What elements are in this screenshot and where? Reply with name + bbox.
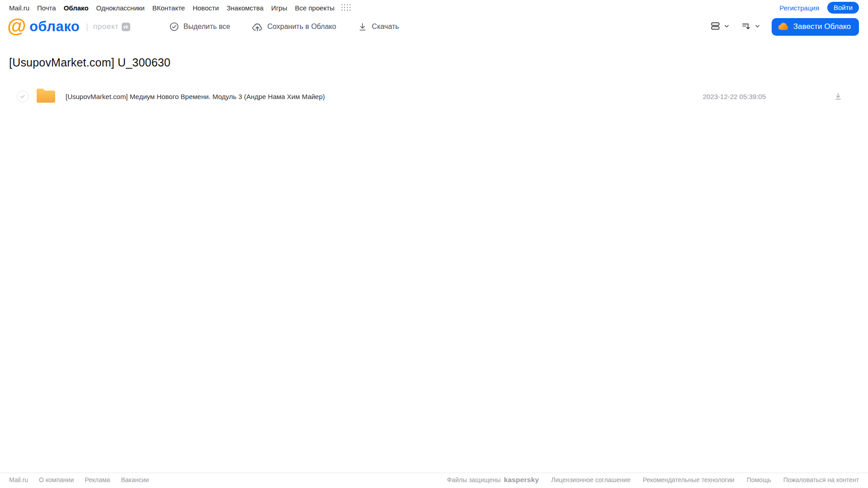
save-to-cloud-label: Сохранить в Облако	[267, 23, 336, 31]
get-cloud-label: Завести Облако	[793, 22, 851, 31]
view-list-icon	[710, 21, 721, 33]
mailru-at-icon: @	[7, 16, 26, 36]
registration-link[interactable]: Регистрация	[779, 4, 819, 12]
footer-link-ads[interactable]: Реклама	[85, 476, 110, 483]
download-icon	[358, 22, 367, 32]
footer-left-links: Mail.ru О компании Реклама Вакансии	[9, 476, 149, 483]
footer-link-license[interactable]: Лицензионное соглашение	[551, 476, 631, 483]
get-cloud-button[interactable]: Завести Облако	[772, 18, 859, 36]
file-toolbar: Выделить все Сохранить в Облако Скачать	[169, 22, 399, 32]
portal-links: Mail.ru Почта Облако Одноклассники ВКонт…	[9, 4, 351, 12]
chevron-down-icon	[723, 23, 730, 31]
download-label: Скачать	[372, 23, 399, 31]
row-download-icon[interactable]	[834, 92, 843, 101]
portal-link-vse-proekty[interactable]: Все проекты	[295, 4, 335, 12]
portal-topbar: Mail.ru Почта Облако Одноклассники ВКонт…	[0, 0, 868, 14]
sort-control[interactable]	[741, 21, 761, 33]
logo-divider: |	[86, 22, 88, 32]
portal-link-odnoklassniki[interactable]: Одноклассники	[96, 4, 145, 12]
page-footer: Mail.ru О компании Реклама Вакансии Файл…	[0, 473, 868, 488]
cloud-logo-text: облако	[29, 19, 80, 35]
download-button[interactable]: Скачать	[358, 22, 399, 32]
portal-link-znakomstva[interactable]: Знакомства	[227, 4, 264, 12]
portal-link-mailru[interactable]: Mail.ru	[9, 4, 29, 12]
footer-right-links: Файлы защищены kaspersky Лицензионное со…	[447, 476, 859, 484]
file-name-link[interactable]: [UsupovMarket.com] Медиум Нового Времени…	[66, 93, 325, 100]
view-mode-control[interactable]	[710, 21, 730, 33]
portal-link-igry[interactable]: Игры	[271, 4, 287, 12]
page-title: [UsupovMarket.com] U_300630	[9, 56, 859, 69]
select-all-button[interactable]: Выделить все	[169, 22, 230, 32]
kaspersky-logo[interactable]: kaspersky	[504, 476, 539, 484]
portal-link-oblako[interactable]: Облако	[64, 4, 89, 12]
portal-link-novosti[interactable]: Новости	[193, 4, 219, 12]
vk-logo-icon: vk	[122, 23, 130, 31]
footer-link-recommendations[interactable]: Рекомендательные технологии	[643, 476, 735, 483]
kaspersky-protection: Файлы защищены kaspersky	[447, 476, 539, 484]
all-projects-grid-icon[interactable]	[342, 4, 351, 11]
login-button[interactable]: Войти	[827, 2, 859, 14]
sort-icon	[741, 21, 751, 33]
project-label: проект	[93, 22, 119, 31]
footer-link-about[interactable]: О компании	[39, 476, 74, 483]
cloud-upload-icon	[252, 22, 263, 32]
save-to-cloud-button[interactable]: Сохранить в Облако	[252, 22, 336, 32]
select-all-label: Выделить все	[184, 23, 230, 31]
folder-icon	[36, 87, 56, 106]
footer-link-jobs[interactable]: Вакансии	[121, 476, 149, 483]
cloud-logo[interactable]: @ облако | проект vk	[7, 18, 130, 36]
portal-link-vkontakte[interactable]: ВКонтакте	[152, 4, 185, 12]
cloud-header: @ облако | проект vk Выделить все Сохран…	[0, 14, 868, 43]
chevron-down-icon	[754, 23, 761, 31]
portal-link-pochta[interactable]: Почта	[37, 4, 56, 12]
check-circle-icon	[169, 22, 179, 32]
row-checkbox[interactable]	[17, 90, 28, 102]
portal-auth: Регистрация Войти	[779, 2, 859, 14]
main-content: [UsupovMarket.com] U_300630 [UsupovMarke…	[0, 56, 868, 107]
footer-link-report[interactable]: Пожаловаться на контент	[783, 476, 859, 483]
cloud-icon	[778, 23, 789, 30]
file-row[interactable]: [UsupovMarket.com] Медиум Нового Времени…	[9, 85, 859, 107]
footer-link-mailru[interactable]: Mail.ru	[9, 476, 28, 483]
protected-label: Файлы защищены	[447, 476, 501, 483]
footer-link-help[interactable]: Помощь	[747, 476, 771, 483]
file-date: 2023-12-22 05:39:05	[703, 93, 766, 100]
check-icon	[19, 93, 26, 99]
